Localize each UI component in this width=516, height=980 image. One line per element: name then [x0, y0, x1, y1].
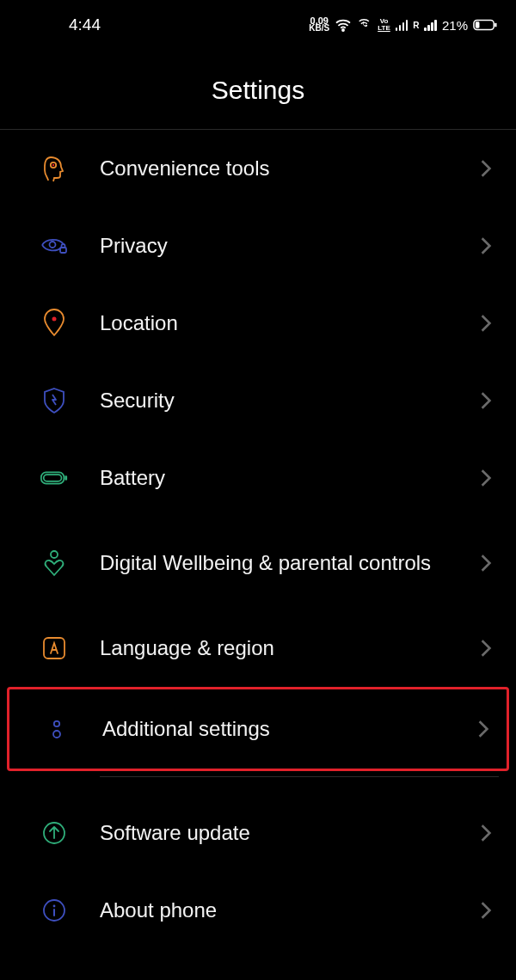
settings-item-language-region[interactable]: Language & region: [0, 609, 516, 687]
volte-icon: VoLTE: [378, 18, 390, 31]
settings-item-label: About phone: [100, 897, 480, 923]
svg-point-15: [53, 731, 60, 738]
status-icons: 0.09 KB/S VoLTE R 21%: [309, 17, 497, 33]
svg-rect-10: [64, 475, 67, 481]
status-time: 4:44: [69, 15, 101, 34]
roaming-indicator: R: [413, 21, 419, 30]
settings-item-additional-settings[interactable]: Additional settings: [7, 687, 509, 771]
page-title: Settings: [0, 76, 516, 105]
chevron-right-icon: [480, 159, 492, 178]
settings-item-label: Location: [100, 310, 480, 336]
chevron-right-icon: [480, 824, 492, 842]
signal-bars-2: [424, 19, 437, 31]
chevron-right-icon: [477, 720, 489, 738]
settings-item-software-update[interactable]: Software update: [0, 794, 516, 872]
person-heart-icon: [40, 548, 69, 578]
signal-bars-1: [396, 19, 408, 31]
settings-item-label: Language & region: [100, 635, 480, 661]
settings-item-label: Software update: [100, 820, 480, 846]
settings-item-security[interactable]: Security: [0, 362, 516, 439]
network-speed: 0.09 KB/S: [309, 17, 329, 33]
battery-percentage: 21%: [442, 18, 468, 33]
battery-icon: [473, 19, 497, 31]
settings-item-label: Convenience tools: [100, 156, 480, 181]
svg-point-0: [342, 29, 344, 31]
chevron-right-icon: [480, 314, 492, 333]
settings-item-battery[interactable]: Battery: [0, 439, 516, 517]
status-bar: 4:44 0.09 KB/S VoLTE R 21%: [0, 0, 516, 43]
shield-icon: [40, 386, 69, 415]
svg-point-12: [51, 551, 58, 558]
svg-rect-11: [44, 475, 62, 481]
chevron-right-icon: [480, 236, 492, 255]
language-icon: [40, 634, 69, 663]
svg-point-14: [54, 721, 59, 726]
svg-point-8: [52, 317, 57, 322]
settings-item-label: Security: [100, 388, 480, 413]
wifi-calling-icon: [357, 19, 372, 31]
settings-item-digital-wellbeing[interactable]: Digital Wellbeing & parental controls: [0, 517, 516, 609]
chevron-right-icon: [480, 554, 492, 573]
chevron-right-icon: [480, 901, 492, 920]
settings-item-label: Battery: [100, 465, 480, 491]
chevron-right-icon: [480, 639, 492, 658]
settings-item-location[interactable]: Location: [0, 285, 516, 362]
settings-item-label: Additional settings: [102, 716, 477, 742]
svg-point-18: [53, 905, 56, 908]
eye-lock-icon: [40, 231, 69, 260]
settings-item-privacy[interactable]: Privacy: [0, 207, 516, 285]
wifi-icon: [335, 18, 352, 32]
battery-icon: [40, 463, 69, 493]
settings-item-label: Privacy: [100, 233, 480, 259]
more-icon: [42, 714, 71, 744]
divider: [100, 776, 499, 777]
settings-item-label: Digital Wellbeing & parental controls: [100, 550, 480, 576]
settings-item-about-phone[interactable]: About phone: [0, 872, 516, 949]
settings-list: Convenience tools Privacy Location: [0, 130, 516, 949]
settings-item-convenience-tools[interactable]: Convenience tools: [0, 130, 516, 207]
location-pin-icon: [40, 309, 69, 338]
svg-point-6: [50, 242, 56, 248]
svg-rect-3: [476, 21, 480, 28]
chevron-right-icon: [480, 469, 492, 487]
page-header: Settings: [0, 43, 516, 130]
svg-point-5: [52, 164, 54, 166]
chevron-right-icon: [480, 391, 492, 410]
update-arrow-icon: [40, 818, 69, 848]
svg-rect-7: [60, 248, 66, 253]
head-icon: [40, 154, 69, 183]
info-icon: [40, 896, 69, 925]
svg-rect-2: [494, 23, 496, 28]
